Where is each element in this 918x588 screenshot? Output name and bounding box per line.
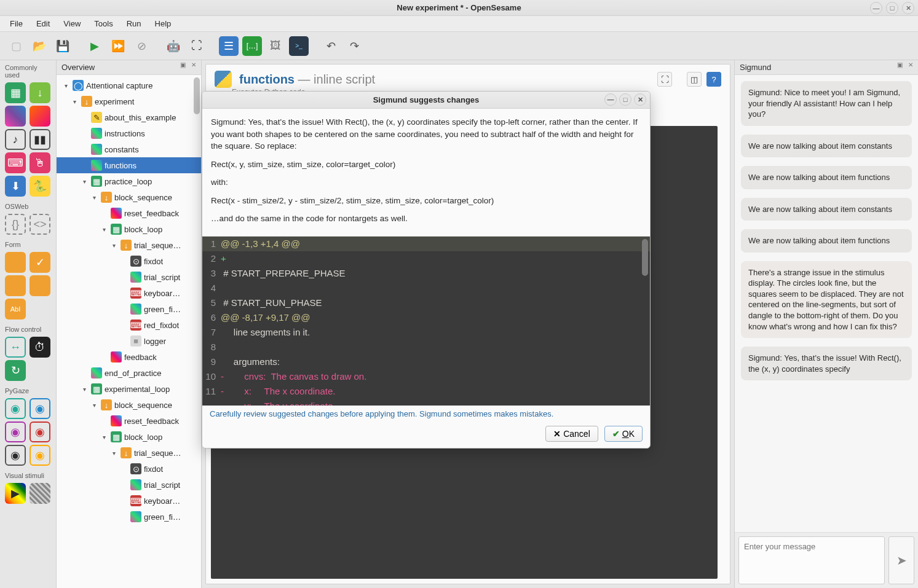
palette-vis1-icon[interactable]: ▶ <box>5 483 26 504</box>
tree-item-block-sequence[interactable]: ▾↓block_sequence <box>57 397 201 413</box>
tree-item-fixdot[interactable]: ⊙fixdot <box>57 253 201 269</box>
sigmund-close-icon[interactable]: ✕ <box>906 61 916 71</box>
redo-button[interactable]: ↷ <box>344 36 364 56</box>
palette-flow2-icon[interactable]: ⏱ <box>30 337 50 358</box>
palette-gaze4-icon[interactable]: ◉ <box>30 421 50 442</box>
palette-sampler-icon[interactable]: ♪ <box>5 129 26 150</box>
overview-close-icon[interactable]: ✕ <box>189 61 199 71</box>
console-button[interactable]: […] <box>242 36 262 56</box>
tree-item-reset-feedback[interactable]: reset_feedback <box>57 205 201 221</box>
palette-keyboard-icon[interactable]: ⌨ <box>5 152 26 173</box>
palette-gaze6-icon[interactable]: ◉ <box>30 445 50 466</box>
tree-item-green-fi-[interactable]: green_fi… <box>57 509 201 525</box>
terminal-button[interactable]: >_ <box>289 36 309 56</box>
palette-vis2-icon[interactable] <box>30 483 50 504</box>
expand-arrow-icon[interactable]: ▾ <box>70 98 79 105</box>
palette-loop-icon[interactable]: ▦ <box>5 82 26 103</box>
chat-body[interactable]: Sigmund: Nice to meet you! I am Sigmund,… <box>735 75 918 532</box>
palette-mouse-icon[interactable]: 🖱 <box>30 152 50 173</box>
tree-item-reset-feedback[interactable]: reset_feedback <box>57 413 201 429</box>
tree-item-logger[interactable]: ≡logger <box>57 333 201 349</box>
send-button[interactable]: ➤ <box>888 536 914 584</box>
palette-logger-icon[interactable]: ⬇ <box>5 176 26 197</box>
close-button[interactable]: ✕ <box>902 2 914 14</box>
tree-item-block-loop[interactable]: ▾▦block_loop <box>57 429 201 445</box>
palette-sequence-icon[interactable]: ↓ <box>30 82 50 103</box>
chat-input[interactable] <box>738 536 885 584</box>
palette-feedback-icon[interactable] <box>30 106 50 127</box>
tree-item-instructions[interactable]: instructions <box>57 125 201 141</box>
tree-item-constants[interactable]: constants <box>57 141 201 157</box>
undo-button[interactable]: ↶ <box>321 36 341 56</box>
palette-flow3-icon[interactable]: ↻ <box>5 360 26 381</box>
sigmund-restore-icon[interactable]: ▣ <box>895 61 904 71</box>
palette-form4-icon[interactable] <box>30 275 50 296</box>
tree-item-practice-loop[interactable]: ▾▦practice_loop <box>57 173 201 189</box>
expand-arrow-icon[interactable]: ▾ <box>100 226 108 233</box>
expand-arrow-icon[interactable]: ▾ <box>61 82 70 89</box>
stop-button[interactable]: ⊘ <box>132 36 151 56</box>
palette-form3-icon[interactable] <box>5 275 26 296</box>
diff-scrollbar[interactable] <box>642 239 648 276</box>
tree-item-trial-seque-[interactable]: ▾↓trial_seque… <box>57 237 201 253</box>
menu-view[interactable]: View <box>57 17 87 30</box>
tree-item-green-fi-[interactable]: green_fi… <box>57 301 201 317</box>
ok-button[interactable]: ✔OK <box>604 426 643 442</box>
variables-button[interactable]: ☰ <box>219 36 239 56</box>
tree-item-about-this-example[interactable]: ✎about_this_example <box>57 109 201 125</box>
expand-arrow-icon[interactable]: ▾ <box>90 194 98 201</box>
maximize-editor-button[interactable]: ⛶ <box>657 72 672 87</box>
palette-synth-icon[interactable]: ▮▮ <box>30 129 50 150</box>
run-fast-button[interactable]: ⏩ <box>108 36 128 56</box>
maximize-button[interactable]: □ <box>886 2 898 14</box>
palette-inline-icon[interactable]: 🐍 <box>30 176 50 197</box>
expand-arrow-icon[interactable]: ▾ <box>80 386 89 393</box>
tree-item-trial-script[interactable]: trial_script <box>57 477 201 493</box>
expand-arrow-icon[interactable]: ▾ <box>109 450 118 457</box>
diff-view[interactable]: 1@@ -1,3 +1,4 @@2+3 # START_PREPARE_PHAS… <box>202 237 650 406</box>
help-button[interactable]: ? <box>706 72 721 87</box>
palette-gaze5-icon[interactable]: ◉ <box>5 445 26 466</box>
sigmund-icon[interactable]: 🤖 <box>164 36 183 56</box>
dialog-maximize-button[interactable]: □ <box>619 93 631 106</box>
palette-form2-icon[interactable]: ✓ <box>30 252 50 273</box>
tree-item-experimental-loop[interactable]: ▾▦experimental_loop <box>57 381 201 397</box>
palette-form5-icon[interactable]: AbI <box>5 299 26 319</box>
dialog-titlebar[interactable]: Sigmund suggests changes — □ ✕ <box>202 92 650 109</box>
cancel-button[interactable]: ✕Cancel <box>545 426 598 442</box>
tree-item-attentional-capture[interactable]: ▾◯Attentional capture <box>57 77 201 93</box>
open-button[interactable]: 📂 <box>30 36 49 56</box>
palette-form1-icon[interactable] <box>5 252 26 273</box>
save-button[interactable]: 💾 <box>53 36 73 56</box>
expand-arrow-icon[interactable]: ▾ <box>109 242 118 249</box>
run-button[interactable]: ▶ <box>85 36 105 56</box>
screenshot-button[interactable]: 🖼 <box>266 36 285 56</box>
menu-edit[interactable]: Edit <box>30 17 56 30</box>
palette-gaze1-icon[interactable]: ◉ <box>5 398 26 419</box>
tree-item-feedback[interactable]: feedback <box>57 349 201 365</box>
menu-run[interactable]: Run <box>121 17 148 30</box>
palette-js-icon[interactable]: {} <box>5 214 26 235</box>
menu-tools[interactable]: Tools <box>88 17 119 30</box>
tree-scrollbar[interactable] <box>192 77 200 586</box>
tree-item-trial-script[interactable]: trial_script <box>57 269 201 285</box>
expand-arrow-icon[interactable]: ▾ <box>90 402 98 409</box>
tree-item-end-of-practice[interactable]: end_of_practice <box>57 365 201 381</box>
palette-flow1-icon[interactable]: ↔ <box>5 337 26 358</box>
expand-arrow-icon[interactable]: ▾ <box>100 434 108 441</box>
tree-item-keyboar-[interactable]: ⌨keyboar… <box>57 285 201 301</box>
new-button[interactable]: ▢ <box>6 36 26 56</box>
minimize-button[interactable]: — <box>870 2 882 14</box>
menu-help[interactable]: Help <box>149 17 178 30</box>
palette-sketchpad-icon[interactable] <box>5 106 26 127</box>
palette-html-icon[interactable]: <> <box>30 214 50 235</box>
tree-item-experiment[interactable]: ▾↓experiment <box>57 93 201 109</box>
overview-restore-icon[interactable]: ▣ <box>178 61 188 71</box>
fullscreen-button[interactable]: ⛶ <box>187 36 207 56</box>
expand-arrow-icon[interactable]: ▾ <box>80 178 89 185</box>
palette-gaze2-icon[interactable]: ◉ <box>30 398 50 419</box>
tree-item-block-sequence[interactable]: ▾↓block_sequence <box>57 189 201 205</box>
split-button[interactable]: ◫ <box>687 72 702 87</box>
dialog-minimize-button[interactable]: — <box>604 93 617 106</box>
tree-item-trial-seque-[interactable]: ▾↓trial_seque… <box>57 445 201 461</box>
